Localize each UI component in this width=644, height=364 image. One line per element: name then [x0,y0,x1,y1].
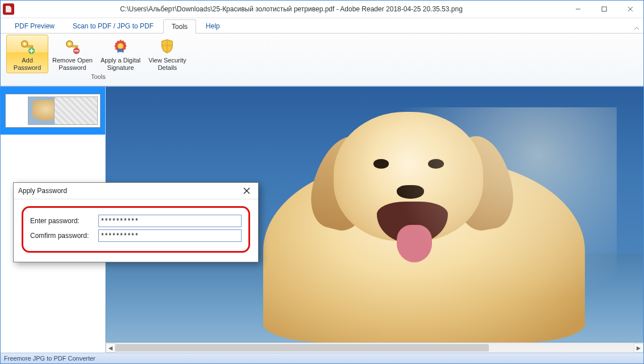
svg-rect-14 [74,51,79,52]
svg-point-10 [69,43,71,45]
ribbon-btn-label: Details [158,64,177,71]
remove-open-password-button[interactable]: Remove OpenPassword [48,35,97,73]
ribbon-btn-label: View Security [148,57,186,64]
confirm-password-input[interactable] [98,229,242,242]
shield-icon [158,37,176,56]
thumbnail-selected[interactable] [1,87,105,135]
status-text: Freemore JPG to PDF Converter [4,355,95,362]
minimize-button[interactable] [565,1,591,18]
menubar: PDF Preview Scan to PDF / JPG to PDF Too… [1,18,630,33]
ribbon-btn-label: Signature [107,64,134,71]
scroll-thumb[interactable] [115,344,489,352]
dialog-titlebar[interactable]: Apply Password [14,183,258,199]
window-title: C:\Users\Альберт\Downloads\25-Красивый з… [18,5,565,13]
dialog-close-button[interactable] [240,184,254,198]
app-icon [3,3,14,15]
close-button[interactable] [617,1,643,18]
apply-password-dialog: Apply Password Enter password: Comfirm p… [13,182,259,262]
thumbnail-preview-blank [54,97,98,125]
tab-help[interactable]: Help [197,19,228,33]
enter-password-input[interactable] [98,215,242,227]
view-security-details-button[interactable]: View SecurityDetails [144,35,190,73]
apply-digital-signature-button[interactable]: Apply a DigitalSignature [97,35,144,73]
ribbon-group-label: Tools [91,73,106,81]
confirm-password-label: Comfirm password: [30,232,98,240]
ribbon-btn-label: Apply a Digital [101,57,140,64]
scroll-track[interactable] [115,343,634,353]
tab-tools[interactable]: Tools [163,19,196,34]
ribbon: AddPassword Remove OpenPassword Apply a … [1,33,643,86]
tab-pdf-preview[interactable]: PDF Preview [6,19,63,33]
ribbon-btn-label: Remove Open [52,57,93,64]
ribbon-seal-icon [111,37,130,56]
annotation-highlight: Enter password: Comfirm password: [22,206,250,253]
maximize-button[interactable] [591,1,617,18]
ribbon-group-tools: AddPassword Remove OpenPassword Apply a … [4,35,193,86]
dialog-title: Apply Password [18,187,67,195]
ribbon-btn-label: Password [59,64,86,71]
horizontal-scrollbar[interactable]: ◄ ► [106,342,643,353]
key-add-icon [18,37,36,56]
ribbon-btn-label: Add [22,57,33,64]
tab-scan-to-pdf[interactable]: Scan to PDF / JPG to PDF [64,19,162,33]
key-remove-icon [63,37,81,56]
ribbon-btn-label: Password [14,64,41,71]
add-password-button[interactable]: AddPassword [6,35,48,73]
svg-point-15 [118,43,123,49]
window-controls [565,1,643,18]
app-window: C:\Users\Альберт\Downloads\25-Красивый з… [0,0,644,364]
enter-password-label: Enter password: [30,217,98,225]
titlebar: C:\Users\Альберт\Downloads\25-Красивый з… [1,1,643,18]
svg-rect-1 [602,7,606,11]
scroll-right-button[interactable]: ► [634,343,643,353]
page-thumbnail [5,94,101,128]
statusbar: Freemore JPG to PDF Converter [1,353,643,363]
ribbon-minimize-button[interactable] [630,26,643,33]
svg-point-5 [23,43,26,45]
scroll-left-button[interactable]: ◄ [106,343,115,353]
